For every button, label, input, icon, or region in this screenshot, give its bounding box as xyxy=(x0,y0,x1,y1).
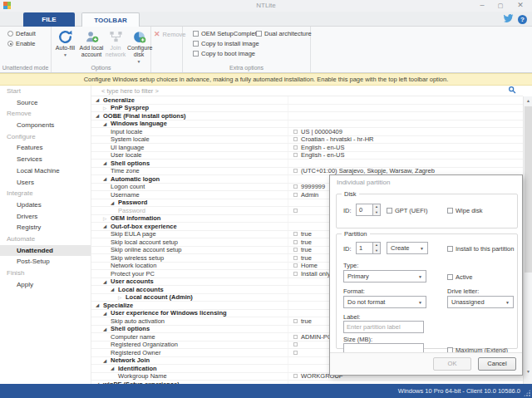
expand-icon[interactable]: ▷ xyxy=(103,215,111,222)
checkbox-icon[interactable] xyxy=(193,31,199,37)
radio-enable[interactable]: Enable xyxy=(7,40,35,47)
tab-file[interactable]: FILE xyxy=(23,12,75,27)
extra-option-copy-to-install-image[interactable]: Copy to install image xyxy=(193,40,259,47)
tab-toolbar[interactable]: TOOLBAR xyxy=(81,12,140,27)
configure-disk-button[interactable]: Configure disk ▼ xyxy=(127,28,150,65)
sidebar-item-apply[interactable]: Apply xyxy=(0,279,91,291)
expand-icon[interactable]: ▷ xyxy=(118,294,126,301)
search-icon[interactable] xyxy=(508,86,516,96)
checkbox-icon[interactable] xyxy=(293,374,298,378)
extra-option-dual-architecture[interactable]: Dual architecture xyxy=(256,30,312,37)
tree-item-value[interactable]: English - en-US xyxy=(301,152,345,160)
checkbox-icon[interactable] xyxy=(293,169,298,173)
checkbox-icon[interactable] xyxy=(193,41,199,47)
collapse-icon[interactable]: ◢ xyxy=(103,326,111,332)
tree-row-system-locale[interactable]: System localeCroatian - hrvatski - hr-HR xyxy=(91,136,523,145)
auto-fill-button[interactable]: Auto-fill ▼ xyxy=(52,28,78,58)
sidebar-item-post-setup[interactable]: Post-Setup xyxy=(0,256,91,268)
tree-item-value[interactable]: Croatian - hrvatski - hr-HR xyxy=(301,136,374,144)
help-icon[interactable]: ? xyxy=(518,15,527,24)
checkbox-icon[interactable] xyxy=(293,137,298,141)
sidebar-item-updates[interactable]: Updates xyxy=(0,199,91,211)
tree-row-user-locale[interactable]: User localeEnglish - en-US xyxy=(91,152,523,160)
checkbox-icon[interactable] xyxy=(447,208,453,214)
scroll-down-icon[interactable]: ▼ xyxy=(524,367,532,376)
collapse-icon[interactable]: ◢ xyxy=(103,223,111,229)
sidebar-item-unattended[interactable]: Unattended xyxy=(0,245,91,257)
sidebar-item-users[interactable]: Users xyxy=(0,177,91,189)
tree-row-windows-language[interactable]: ◢Windows language xyxy=(91,120,523,129)
checkbox-icon[interactable] xyxy=(293,153,298,157)
expand-icon[interactable]: ▷ xyxy=(103,105,111,111)
checkbox-icon[interactable] xyxy=(447,246,453,252)
collapse-icon[interactable]: ◢ xyxy=(96,96,103,103)
disk-id-value[interactable]: 0 xyxy=(356,204,372,216)
tree-item-value[interactable]: true xyxy=(301,238,312,246)
ok-button[interactable]: OK xyxy=(433,357,471,371)
tree-row-ui-language[interactable]: UI languageEnglish - en-US xyxy=(91,144,523,152)
checkbox-icon[interactable] xyxy=(293,209,298,213)
tree-row-oobe-final-install-options[interactable]: ◢OOBE (Final install options) xyxy=(91,112,523,120)
tree-item-value[interactable]: Home xyxy=(301,263,318,270)
radio-default[interactable]: Default xyxy=(7,30,36,37)
checkbox-icon[interactable] xyxy=(293,130,298,134)
tree-row-input-locale[interactable]: Input localeUS | 00000409 xyxy=(91,128,523,136)
sidebar-item-components[interactable]: Components xyxy=(0,120,91,131)
wipe-disk-checkbox[interactable]: Wipe disk xyxy=(447,207,483,214)
vertical-scrollbar[interactable]: ▲ ▼ xyxy=(523,96,532,384)
tree-row-shell-options[interactable]: ◢Shell options xyxy=(91,160,523,168)
scrollbar-thumb[interactable] xyxy=(525,106,532,273)
partition-mode-select[interactable]: Create ▼ xyxy=(387,242,428,254)
install-to-partition-checkbox[interactable]: Install to this partition xyxy=(447,245,514,253)
resize-grip[interactable] xyxy=(524,390,530,396)
checkbox-icon[interactable] xyxy=(293,145,298,150)
tree-item-value[interactable]: true xyxy=(301,254,312,262)
sidebar-item-services[interactable]: Services xyxy=(0,154,91,165)
extra-option-oem-setupcomplete[interactable]: OEM SetupComplete xyxy=(193,30,260,37)
sidebar-item-local-machine[interactable]: Local Machine xyxy=(0,165,91,177)
collapse-icon[interactable]: ◢ xyxy=(103,310,111,317)
collapse-icon[interactable]: ◢ xyxy=(103,120,111,127)
checkbox-icon[interactable] xyxy=(256,31,262,37)
collapse-icon[interactable]: ◢ xyxy=(103,160,111,166)
filter-input[interactable] xyxy=(91,87,508,95)
checkbox-icon[interactable] xyxy=(293,263,298,268)
tree-item-value[interactable]: true xyxy=(301,231,312,238)
collapse-icon[interactable]: ◢ xyxy=(111,286,118,292)
tree-item-value[interactable]: US | 00000409 xyxy=(301,128,342,135)
partition-label-input[interactable] xyxy=(343,321,424,333)
twitter-icon[interactable] xyxy=(503,14,514,25)
remove-button[interactable]: ✕ Remove xyxy=(154,30,185,38)
tree-item-value[interactable]: true xyxy=(301,317,312,325)
partition-id-stepper[interactable]: 1 ▲▼ xyxy=(356,242,381,254)
sidebar-item-source[interactable]: Source xyxy=(0,97,91,109)
close-icon[interactable]: ✕ xyxy=(514,1,527,10)
add-local-account-button[interactable]: Add local account xyxy=(79,28,104,58)
collapse-icon[interactable]: ◢ xyxy=(96,302,103,308)
collapse-icon[interactable]: ◢ xyxy=(103,175,111,182)
disk-id-stepper[interactable]: 0 ▲▼ xyxy=(356,204,381,216)
checkbox-icon[interactable] xyxy=(193,51,199,57)
drive-letter-select[interactable]: Unassigned ▼ xyxy=(447,296,514,308)
stepper-arrows-icon[interactable]: ▲▼ xyxy=(372,204,381,216)
extra-option-copy-to-boot-image[interactable]: Copy to boot image xyxy=(193,50,255,57)
checkbox-icon[interactable] xyxy=(293,351,298,355)
partition-id-value[interactable]: 1 xyxy=(356,242,372,254)
format-select[interactable]: Do not format ▼ xyxy=(343,296,426,308)
checkbox-icon[interactable] xyxy=(293,248,298,252)
tree-item-value[interactable]: (UTC+01:00) Sarajevo, Skopje, Warsaw, Za… xyxy=(301,168,435,175)
checkbox-icon[interactable] xyxy=(293,240,298,244)
tree-item-value[interactable]: 9999999 xyxy=(301,184,325,191)
tree-item-value[interactable]: ADMIN-PC xyxy=(301,333,332,341)
tree-item-value[interactable]: English - en-US xyxy=(301,144,345,151)
join-network-button[interactable]: Join network xyxy=(104,28,127,58)
gpt-uefi-checkbox[interactable]: GPT (UEFI) xyxy=(387,207,427,214)
tree-item-value[interactable]: true xyxy=(301,247,312,254)
checkbox-icon[interactable] xyxy=(293,335,298,339)
type-select[interactable]: Primary ▼ xyxy=(343,270,426,283)
checkbox-icon[interactable] xyxy=(293,342,298,346)
checkbox-icon[interactable] xyxy=(293,184,298,189)
checkbox-icon[interactable] xyxy=(293,272,298,276)
checkbox-icon[interactable] xyxy=(447,274,453,280)
maximize-icon[interactable]: ▢ xyxy=(494,1,507,10)
